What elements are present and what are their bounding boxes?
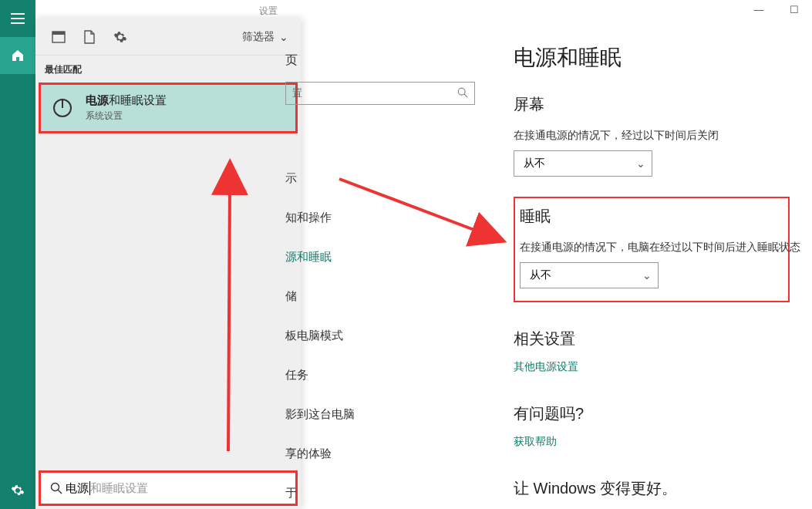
power-icon [47,93,78,123]
recent-icon[interactable] [43,22,74,52]
related-title: 相关设置 [514,329,812,349]
settings-search-placeholder: 置 [292,86,302,100]
sleep-timeout-dropdown[interactable]: 从不 ⌄ [520,262,659,288]
side-item[interactable]: 于 [285,486,355,501]
svg-line-10 [464,93,467,96]
minimize-button[interactable]: — [741,0,777,19]
hamburger-icon [11,13,25,24]
filter-dropdown[interactable]: 筛选器 ⌄ [242,30,293,44]
side-item[interactable]: 享的体验 [285,447,355,461]
side-item[interactable]: 任务 [285,368,355,383]
search-panel-top: 筛选器 ⌄ [35,19,301,56]
better-title: 让 Windows 变得更好。 [514,478,812,499]
svg-line-8 [58,490,62,494]
side-item[interactable]: 板电脑模式 [285,329,355,343]
section-sleep-title: 睡眠 [520,206,783,227]
settings-side-list: 示 知和操作 源和睡眠 储 板电脑模式 任务 影到这台电脑 享的体验 于 [285,171,355,501]
side-item-selected[interactable]: 源和睡眠 [285,250,355,265]
search-icon [457,87,468,100]
search-input[interactable]: 电源和睡眠设置 [66,481,148,496]
help-title: 有问题吗? [514,403,812,424]
result-subtitle: 系统设置 [86,110,167,123]
svg-point-9 [458,88,465,95]
window-title: 设置 [259,5,278,18]
dropdown-value: 从不 [524,157,545,170]
svg-rect-2 [11,22,25,24]
home-button[interactable] [0,37,35,74]
page-title: 电源和睡眠 [514,43,812,72]
search-result-power-sleep[interactable]: 电源和睡眠设置 系统设置 [39,83,298,133]
settings-page: 页 置 示 知和操作 源和睡眠 储 板电脑模式 任务 影到这台电脑 享的体验 于… [301,19,812,509]
search-icon [47,482,66,494]
help-link[interactable]: 获取帮助 [514,435,557,449]
svg-rect-0 [11,13,25,15]
search-box[interactable]: 电源和睡眠设置 [41,473,295,504]
chevron-down-icon: ⌄ [636,157,645,170]
related-link[interactable]: 其他电源设置 [514,360,578,374]
settings-search-box[interactable]: 置 [285,82,475,105]
chevron-down-icon: ⌄ [642,269,652,281]
screen-timeout-dropdown[interactable]: 从不 ⌄ [514,150,652,177]
gear-icon [11,484,25,497]
nav-rail [0,0,35,509]
best-match-label: 最佳匹配 [35,56,301,81]
dropdown-value: 从不 [530,268,551,282]
settings-home-label: 页 [285,52,298,69]
chevron-down-icon: ⌄ [279,31,288,43]
maximize-button[interactable]: ☐ [777,0,812,19]
side-item[interactable]: 示 [285,171,355,186]
rail-settings-button[interactable] [0,472,35,509]
filter-label: 筛选器 [242,30,275,44]
hamburger-button[interactable] [0,0,35,37]
result-title: 电源和睡眠设置 [86,93,167,108]
svg-rect-4 [52,32,65,35]
start-search-panel: 筛选器 ⌄ 最佳匹配 电源和睡眠设置 系统设置 电源和睡眠设置 [35,19,301,509]
side-item[interactable]: 储 [285,289,355,304]
window-controls: — ☐ [741,0,812,19]
svg-rect-1 [11,18,25,19]
settings-content: 电源和睡眠 屏幕 在接通电源的情况下，经过以下时间后关闭 从不 ⌄ 睡眠 在接通… [514,43,812,499]
search-settings-icon[interactable] [105,22,136,52]
side-item[interactable]: 知和操作 [285,211,355,225]
svg-point-7 [52,484,59,491]
window-titlebar: 设置 — ☐ [0,0,812,19]
sleep-desc: 在接通电源的情况下，电脑在经过以下时间后进入睡眠状态 [520,241,783,254]
screen-desc: 在接通电源的情况下，经过以下时间后关闭 [514,129,812,143]
section-screen-title: 屏幕 [514,94,812,115]
search-box-highlight: 电源和睡眠设置 [39,470,298,506]
documents-icon[interactable] [74,22,105,52]
section-sleep-highlight: 睡眠 在接通电源的情况下，电脑在经过以下时间后进入睡眠状态 从不 ⌄ [514,197,790,302]
home-icon [11,49,25,62]
side-item[interactable]: 影到这台电脑 [285,407,355,422]
